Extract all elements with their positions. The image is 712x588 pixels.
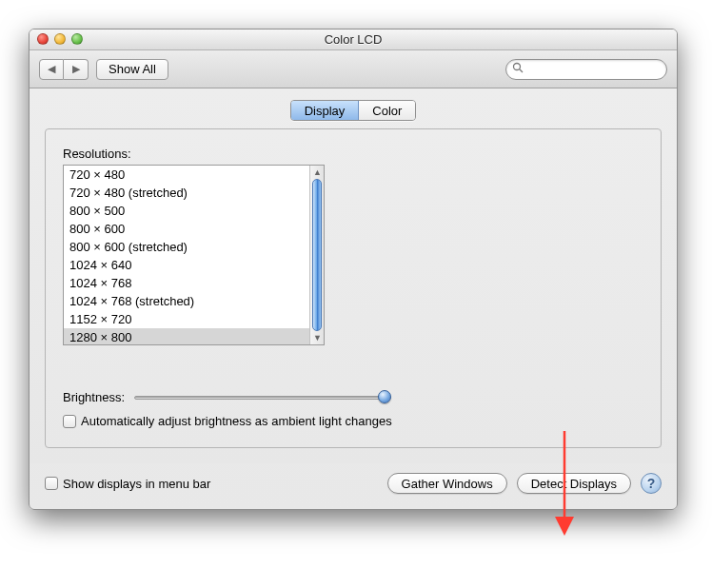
list-item[interactable]: 720 × 480 (stretched): [64, 184, 309, 202]
scrollbar[interactable]: ▲ ▼: [309, 166, 324, 344]
question-icon: ?: [647, 476, 656, 491]
display-panel: Resolutions: 720 × 480720 × 480 (stretch…: [45, 128, 662, 448]
scroll-thumb[interactable]: [312, 179, 322, 331]
brightness-label: Brightness:: [63, 390, 125, 404]
forward-button[interactable]: ▶: [64, 59, 89, 80]
tab-display[interactable]: Display: [291, 101, 360, 120]
list-item[interactable]: 800 × 600 (stretched): [64, 238, 309, 256]
show-all-label: Show All: [109, 62, 156, 76]
triangle-right-icon: ▶: [72, 63, 80, 75]
gather-windows-button[interactable]: Gather Windows: [387, 473, 507, 494]
list-item[interactable]: 800 × 500: [64, 202, 309, 220]
list-item[interactable]: 1024 × 640: [64, 256, 309, 274]
show-all-button[interactable]: Show All: [96, 59, 168, 80]
nav-back-forward: ◀ ▶: [39, 59, 89, 80]
menubar-checkbox[interactable]: [45, 477, 58, 490]
list-item[interactable]: 720 × 480: [64, 166, 309, 184]
auto-brightness-checkbox-row[interactable]: Automatically adjust brightness as ambie…: [63, 414, 643, 428]
resolutions-listbox[interactable]: 720 × 480720 × 480 (stretched)800 × 5008…: [63, 165, 325, 345]
slider-track: [134, 396, 391, 400]
traffic-lights: [37, 33, 83, 45]
list-item[interactable]: 1024 × 768 (stretched): [64, 292, 309, 310]
tab-color[interactable]: Color: [359, 101, 415, 120]
preferences-window: Color LCD ◀ ▶ Show All Display Color: [29, 29, 678, 510]
triangle-left-icon: ◀: [48, 63, 55, 75]
resolutions-items: 720 × 480720 × 480 (stretched)800 × 5008…: [64, 166, 309, 344]
window-title: Color LCD: [325, 32, 383, 47]
resolutions-label: Resolutions:: [63, 147, 643, 161]
list-item[interactable]: 1280 × 800: [64, 328, 309, 344]
search-input[interactable]: [525, 63, 668, 76]
menubar-label: Show displays in menu bar: [63, 477, 210, 491]
search-icon: [512, 62, 524, 76]
svg-line-1: [520, 69, 523, 72]
slider-knob[interactable]: [378, 390, 391, 403]
svg-point-0: [514, 64, 521, 70]
scroll-up-icon[interactable]: ▲: [313, 167, 322, 177]
minimize-icon[interactable]: [54, 33, 66, 45]
scroll-down-icon[interactable]: ▼: [313, 333, 322, 343]
close-icon[interactable]: [37, 33, 49, 45]
titlebar: Color LCD: [30, 29, 677, 50]
footer: Show displays in menu bar Gather Windows…: [30, 463, 677, 509]
zoom-icon[interactable]: [71, 33, 83, 45]
back-button[interactable]: ◀: [39, 59, 64, 80]
auto-brightness-label: Automatically adjust brightness as ambie…: [81, 414, 392, 428]
help-button[interactable]: ?: [641, 473, 662, 494]
menubar-checkbox-row[interactable]: Show displays in menu bar: [45, 477, 210, 491]
brightness-slider[interactable]: [134, 389, 391, 404]
auto-brightness-checkbox[interactable]: [63, 415, 76, 428]
list-item[interactable]: 800 × 600: [64, 220, 309, 238]
tab-group: Display Color: [290, 100, 417, 121]
search-field[interactable]: [505, 59, 667, 80]
list-item[interactable]: 1024 × 768: [64, 274, 309, 292]
toolbar: ◀ ▶ Show All: [30, 50, 677, 88]
list-item[interactable]: 1152 × 720: [64, 310, 309, 328]
detect-displays-button[interactable]: Detect Displays: [517, 473, 631, 494]
